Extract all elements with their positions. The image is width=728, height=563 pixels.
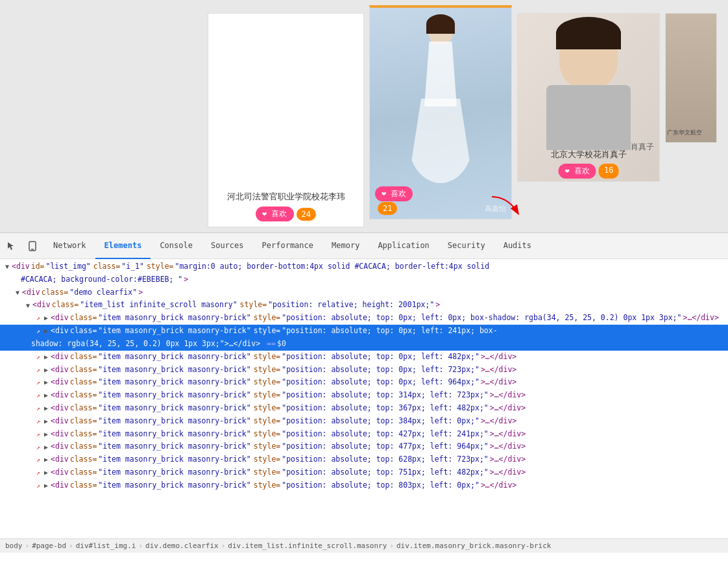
breadcrumb-list-img[interactable]: div#list_img.i [76, 542, 136, 550]
breadcrumb-body[interactable]: body [5, 542, 23, 550]
image-area: 河北司法警官职业学院校花李玮 ❤ 喜欢 24 高嘉怡 ❤ 喜欢 21 [0, 0, 728, 232]
mobile-icon[interactable] [23, 237, 42, 255]
tab-network[interactable]: Network [44, 233, 95, 259]
arrow-icon-5: ↗ [36, 326, 40, 336]
tab-audits[interactable]: Audits [494, 233, 540, 259]
html-line-5b: shadow: rgba(34, 25, 25, 0.2) 0px 1px 3p… [0, 338, 728, 351]
dollar-sign: $0 [277, 338, 286, 350]
like-btn-1[interactable]: ❤ 喜欢 24 [256, 206, 316, 221]
tab-memory[interactable]: Memory [322, 233, 369, 259]
like-badge-2[interactable]: ❤ 喜欢 [375, 186, 413, 201]
like-label-1: ❤ 喜欢 [262, 208, 287, 219]
html-line-8[interactable]: ↗▶ <div class="item masonry_brick masonr… [0, 376, 728, 389]
equals-sign: == [267, 338, 276, 350]
tab-security[interactable]: Security [439, 233, 494, 259]
toggle-4[interactable]: ▶ [44, 313, 48, 323]
html-line-14[interactable]: ↗▶ <div class="item masonry_brick masonr… [0, 453, 728, 466]
toggle-5[interactable]: ▶ [44, 326, 48, 336]
breadcrumb-demo[interactable]: div.demo.clearfix [145, 542, 219, 550]
html-line-4[interactable]: ↗ ▶ <div class="item masonry_brick mason… [0, 312, 728, 325]
image-card-4: 广东华文航空 [665, 13, 717, 143]
tab-elements[interactable]: Elements [95, 233, 151, 259]
breadcrumb-item-list[interactable]: div.item_list.infinite_scroll.masonry [228, 542, 387, 550]
tab-sources[interactable]: Sources [202, 233, 253, 259]
image-card-3: 肖真子 北京大学校花肖真子 ❤ 喜欢 16 [517, 13, 660, 182]
html-line-2[interactable]: ▼ <div class="demo clearfix"> [0, 286, 728, 299]
html-line-5[interactable]: ↗ ▶ <div class="item masonry_brick mason… [0, 325, 728, 338]
card-name-1: 河北司法警官职业学院校花李玮 [227, 191, 345, 203]
html-line-1[interactable]: ▼ <div id="list_img" class="i_1" style="… [0, 260, 728, 273]
tab-application[interactable]: Application [369, 233, 438, 259]
like-btn-2[interactable]: ❤ 喜欢 21 [375, 186, 413, 214]
html-line-10[interactable]: ↗▶ <div class="item masonry_brick masonr… [0, 402, 728, 415]
breadcrumb-bar: body › #page-bd › div#list_img.i › div.d… [0, 538, 728, 553]
breadcrumb-item[interactable]: div.item.masonry_brick.masonry-brick [396, 542, 551, 550]
html-line-11[interactable]: ↗▶ <div class="item masonry_brick masonr… [0, 415, 728, 428]
html-line-6[interactable]: ↗▶ <div class="item masonry_brick masonr… [0, 351, 728, 364]
html-line-9[interactable]: ↗▶ <div class="item masonry_brick masonr… [0, 389, 728, 402]
html-panel[interactable]: ▼ <div id="list_img" class="i_1" style="… [0, 259, 728, 538]
arrow-annotation [489, 194, 521, 222]
image-card-2: 高嘉怡 ❤ 喜欢 21 [369, 5, 512, 219]
toggle-1[interactable]: ▼ [5, 262, 9, 272]
like-count-2: 21 [378, 202, 397, 215]
card-name-4: 广东华文航空 [667, 129, 702, 137]
card-name-3: 北京大学校花肖真子 [518, 149, 659, 160]
cursor-icon[interactable] [3, 237, 21, 255]
breadcrumb-page-bd[interactable]: #page-bd [32, 542, 66, 550]
image-card-1: 河北司法警官职业学院校花李玮 ❤ 喜欢 24 [208, 13, 364, 227]
devtools-panel: Network Elements Console Sources Perform… [0, 232, 728, 563]
like-count-1: 24 [297, 208, 316, 221]
html-line-1b: #CACACA; background-color:#EBEBEB; " > [0, 273, 728, 286]
html-line-16[interactable]: ↗▶ <div class="item masonry_brick masonr… [0, 479, 728, 492]
html-line-7[interactable]: ↗▶ <div class="item masonry_brick masonr… [0, 364, 728, 377]
tab-performance[interactable]: Performance [253, 233, 322, 259]
like-badge-1[interactable]: ❤ 喜欢 [256, 206, 293, 221]
html-line-12[interactable]: ↗▶ <div class="item masonry_brick masonr… [0, 428, 728, 441]
tab-console[interactable]: Console [151, 233, 202, 259]
arrow-icon-4: ↗ [36, 313, 40, 323]
toggle-2[interactable]: ▼ [16, 288, 19, 298]
like-btn-3[interactable]: ❤ 喜欢 16 [559, 164, 619, 179]
html-line-15[interactable]: ↗▶ <div class="item masonry_brick masonr… [0, 466, 728, 479]
html-line-3[interactable]: ▼ <div class="item_list infinite_scroll … [0, 299, 728, 312]
tab-bar: Network Elements Console Sources Perform… [0, 233, 728, 259]
toggle-3[interactable]: ▼ [26, 301, 30, 311]
html-line-13[interactable]: ↗▶ <div class="item masonry_brick masonr… [0, 440, 728, 453]
